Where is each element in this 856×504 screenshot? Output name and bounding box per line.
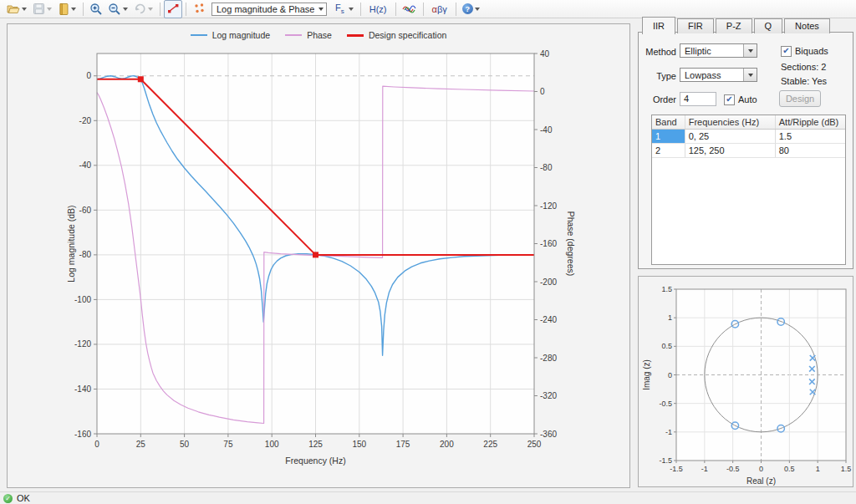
fs-menu-arrow-icon[interactable]: [349, 8, 354, 13]
svg-text:1.5: 1.5: [661, 285, 672, 293]
type-arrow-icon[interactable]: [743, 69, 757, 81]
band-table: BandFrequencies (Hz)Att/Ripple (dB)10, 2…: [651, 115, 846, 265]
band-table-row[interactable]: 10, 251.5: [652, 130, 845, 144]
svg-text:50: 50: [180, 440, 190, 449]
zoom-out-button[interactable]: [105, 0, 131, 18]
open-folder-icon: [7, 3, 20, 16]
legend-label: Phase: [307, 30, 332, 40]
legend-item: Design specification: [347, 30, 446, 40]
band-table-cell[interactable]: 2: [652, 144, 685, 157]
help-icon: ?: [462, 3, 473, 14]
redo-button[interactable]: [131, 0, 156, 18]
svg-text:1.5: 1.5: [841, 465, 852, 473]
svg-text:-80: -80: [540, 163, 553, 172]
legend-item: Phase: [285, 30, 332, 40]
zoom-in-button[interactable]: [87, 0, 105, 18]
hz-button[interactable]: H(z): [364, 0, 392, 18]
greek-letters-button[interactable]: αβγ: [427, 0, 452, 18]
save-button[interactable]: [30, 0, 55, 18]
svg-text:0: 0: [759, 465, 763, 473]
plot-type-select[interactable]: Log magnitude & Phase: [211, 3, 327, 16]
biquads-checkbox[interactable]: ✔: [781, 46, 792, 57]
band-table-cell[interactable]: 1: [652, 130, 685, 143]
svg-text:150: 150: [352, 440, 366, 449]
scatter-markers-button[interactable]: [190, 0, 208, 18]
svg-text:40: 40: [540, 49, 550, 59]
toolbar-separator: [395, 3, 396, 16]
import-export-button[interactable]: [55, 0, 79, 18]
svg-text:-120: -120: [74, 339, 91, 349]
line-plot-icon: [166, 3, 180, 15]
save-menu-arrow-icon[interactable]: [47, 8, 52, 13]
svg-text:-140: -140: [74, 384, 91, 394]
method-arrow-icon[interactable]: [743, 44, 757, 57]
svg-text:-40: -40: [79, 160, 92, 170]
toolbar-separator: [360, 3, 361, 16]
svg-text:1: 1: [816, 465, 820, 473]
waveform-button[interactable]: [400, 0, 420, 18]
fs-button[interactable]: Fs: [330, 0, 357, 18]
legend-label: Design specification: [369, 30, 446, 40]
band-table-cell[interactable]: 1.5: [776, 130, 845, 143]
tab-p-z[interactable]: P-Z: [716, 18, 752, 33]
svg-text:Real (z): Real (z): [746, 476, 776, 486]
open-button[interactable]: [4, 0, 30, 18]
notebook-icon: [58, 3, 69, 16]
open-menu-arrow-icon[interactable]: [22, 8, 27, 13]
filter-designer-window: { "toolbar": { "plot_type_value": "Log m…: [0, 0, 856, 504]
pole-zero-chart[interactable]: -1.5-1.5-1-1-0.5-0.5000.50.5111.51.5Real…: [639, 277, 853, 486]
legend-swatch: [285, 34, 302, 36]
band-table-row[interactable]: 2125, 25080: [652, 144, 845, 158]
svg-text:-40: -40: [540, 125, 553, 135]
tab-notes[interactable]: Notes: [784, 18, 830, 33]
help-button[interactable]: ?: [460, 0, 483, 18]
toolbar: Log magnitude & Phase Fs H(z) αβγ ?: [0, 0, 856, 18]
tab-q[interactable]: Q: [754, 18, 783, 33]
svg-text:-1.5: -1.5: [670, 465, 683, 473]
svg-text:175: 175: [396, 440, 410, 449]
status-ok-icon: ✓: [3, 494, 13, 503]
type-label: Type: [639, 71, 676, 81]
plot-type-value: Log magnitude & Phase: [212, 4, 314, 14]
method-select[interactable]: Elliptic: [680, 43, 757, 58]
tab-iir[interactable]: IIR: [642, 17, 675, 34]
iir-tab-page: Method Elliptic ✔ Biquads Sections: 2 Ty…: [638, 32, 853, 269]
svg-text:-320: -320: [540, 391, 557, 400]
type-select[interactable]: Lowpass: [680, 68, 757, 82]
toolbar-separator: [160, 3, 160, 16]
svg-text:25: 25: [136, 440, 146, 449]
toolbar-separator: [83, 3, 84, 16]
export-menu-arrow-icon[interactable]: [71, 8, 76, 13]
plot-type-arrow-icon: [318, 8, 324, 13]
band-table-cell[interactable]: 80: [776, 144, 845, 157]
toolbar-separator: [456, 3, 456, 16]
svg-text:-80: -80: [79, 250, 92, 259]
design-tabbar: IIRFIRP-ZQNotes: [642, 17, 832, 33]
svg-text:-280: -280: [540, 354, 557, 363]
zoom-menu-arrow-icon[interactable]: [123, 8, 128, 13]
order-input[interactable]: 4: [680, 92, 716, 106]
svg-text:-0.5: -0.5: [659, 400, 672, 408]
pole-zero-panel: -1.5-1.5-1-1-0.5-0.5000.50.5111.51.5Real…: [638, 276, 853, 487]
line-plot-toggle[interactable]: [164, 0, 182, 18]
tab-fir[interactable]: FIR: [677, 18, 714, 33]
svg-text:Phase (degrees): Phase (degrees): [566, 211, 576, 277]
help-menu-arrow-icon[interactable]: [475, 8, 480, 13]
band-table-cell[interactable]: 125, 250: [685, 144, 776, 157]
svg-text:Imag (z): Imag (z): [642, 359, 651, 390]
band-table-cell[interactable]: 0, 25: [685, 130, 776, 143]
svg-text:125: 125: [308, 440, 323, 449]
design-button[interactable]: Design: [779, 90, 821, 107]
fs-label: Fs: [333, 3, 347, 15]
svg-text:-240: -240: [540, 315, 557, 324]
auto-checkbox[interactable]: ✔: [724, 94, 735, 105]
svg-text:-100: -100: [74, 295, 91, 304]
toolbar-separator: [186, 3, 186, 16]
svg-text:-1: -1: [701, 465, 708, 473]
status-bar: ✓ OK: [0, 491, 856, 504]
redo-menu-arrow-icon[interactable]: [148, 8, 153, 13]
svg-text:225: 225: [483, 440, 497, 449]
magnitude-phase-chart[interactable]: 0-20-40-60-80-100-120-140-160400-40-80-1…: [8, 24, 629, 487]
svg-text:-160: -160: [74, 430, 91, 439]
sections-text: Sections: 2: [781, 62, 826, 72]
